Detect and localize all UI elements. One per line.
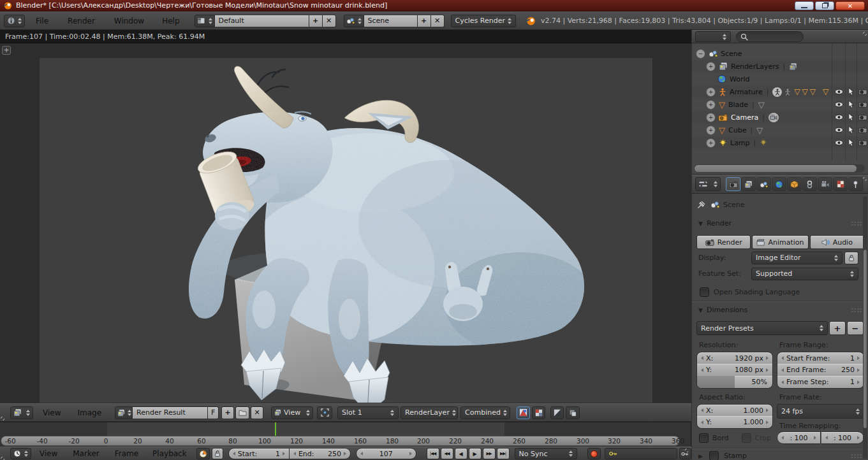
visibility-eye-icon[interactable]	[834, 114, 844, 120]
display-lock-button[interactable]	[844, 252, 858, 264]
visibility-eye-icon[interactable]	[834, 101, 844, 108]
decrement-arrow-icon[interactable]	[360, 452, 363, 456]
fake-user-button[interactable]: F	[208, 406, 219, 419]
render-presets-dropdown[interactable]: Render Presets	[696, 321, 828, 335]
mesh-triangle-icon[interactable]: ▽	[794, 87, 800, 96]
panel-expand-icon[interactable]: ▶	[698, 453, 703, 459]
end-frame-field[interactable]: End Frame: 250	[777, 364, 864, 377]
expander-icon[interactable]: +	[706, 62, 716, 71]
tab-object[interactable]	[787, 177, 802, 191]
outliner-row-scene[interactable]: − Scene	[692, 47, 868, 60]
menu-file[interactable]: File	[31, 17, 53, 25]
display-dropdown[interactable]: Image Editor	[751, 252, 842, 264]
outliner-row-cube[interactable]: + ▽ Cube | ▽	[692, 124, 868, 136]
outliner-row-world[interactable]: World	[692, 73, 868, 85]
tab-render-layers[interactable]	[741, 177, 756, 191]
aspect-x-field[interactable]: X: 1.000	[696, 404, 773, 417]
selectability-cursor-icon[interactable]	[848, 87, 854, 96]
decrement-arrow-icon[interactable]	[781, 368, 784, 372]
tab-scene[interactable]	[756, 177, 771, 191]
menu-marker[interactable]: Marker	[68, 449, 103, 458]
range-lock-button[interactable]	[212, 448, 223, 459]
outliner-search-field[interactable]	[736, 31, 804, 42]
visibility-eye-icon[interactable]	[834, 140, 844, 146]
border-checkbox[interactable]	[699, 433, 709, 443]
visibility-eye-icon[interactable]	[834, 89, 844, 95]
scene-delete-button[interactable]: ✕	[431, 15, 445, 27]
menu-frame[interactable]: Frame	[110, 449, 143, 458]
end-frame-field[interactable]: End: 250	[290, 448, 351, 459]
panel-header-render[interactable]: ▼ Render	[698, 219, 863, 227]
visibility-eye-icon[interactable]	[834, 127, 844, 133]
osl-checkbox[interactable]	[700, 287, 709, 297]
decrement-arrow-icon[interactable]	[825, 436, 828, 440]
timeline-editor-type-button[interactable]	[10, 448, 31, 459]
scene-browse-button[interactable]	[344, 15, 364, 27]
decrement-arrow-icon[interactable]	[781, 380, 784, 384]
resolution-x-field[interactable]: X: 1920 px	[696, 352, 773, 364]
start-frame-field[interactable]: Start: 1	[228, 448, 290, 459]
outliner-display-mode-dropdown[interactable]	[695, 31, 731, 42]
image-datablock-field[interactable]: Render Result	[133, 406, 208, 419]
mesh-data-icon[interactable]: ▽	[758, 100, 765, 110]
outliner-row-camera[interactable]: + Camera |	[692, 111, 868, 124]
selectability-cursor-icon[interactable]	[848, 100, 854, 108]
keying-set-field[interactable]	[605, 448, 677, 459]
outliner-row-renderlayers[interactable]: + RenderLayers |	[692, 60, 868, 73]
crop-checkbox[interactable]	[742, 433, 751, 443]
camera-data-icon[interactable]	[769, 113, 779, 122]
menu-help[interactable]: Help	[158, 17, 184, 25]
image-browse-button[interactable]	[115, 406, 133, 419]
slot-dropdown[interactable]: Slot 1	[337, 406, 399, 419]
info-editor-type-button[interactable]	[4, 15, 25, 27]
audio-button[interactable]: Audio	[810, 235, 864, 249]
expander-icon[interactable]: −	[696, 49, 705, 59]
decrement-arrow-icon[interactable]	[781, 436, 784, 440]
increment-arrow-icon[interactable]	[344, 452, 346, 456]
increment-arrow-icon[interactable]	[409, 452, 412, 456]
image-open-button[interactable]	[235, 406, 249, 419]
properties-editor-type-button[interactable]	[695, 177, 721, 191]
screen-layout-delete-button[interactable]: ✕	[323, 15, 336, 27]
decrement-arrow-icon[interactable]	[701, 368, 703, 372]
render-pass-dropdown[interactable]: Combined	[460, 406, 510, 419]
increment-arrow-icon[interactable]	[283, 452, 285, 456]
renderability-camera-icon[interactable]	[858, 88, 867, 95]
image-canvas[interactable]: +	[0, 43, 691, 403]
playhead[interactable]	[275, 422, 276, 436]
channel-rgb-toggle[interactable]	[532, 406, 545, 419]
increment-arrow-icon[interactable]	[766, 408, 769, 412]
stamp-checkbox[interactable]	[709, 451, 719, 460]
tab-world[interactable]	[772, 177, 786, 191]
render-button[interactable]: Render	[696, 235, 751, 249]
menu-view[interactable]: View	[35, 449, 62, 458]
prev-keyframe-button[interactable]: ◀◀	[441, 448, 453, 459]
close-button[interactable]: ✕	[835, 1, 865, 10]
lamp-data-icon[interactable]	[760, 139, 767, 147]
panel-collapse-icon[interactable]: ▼	[698, 307, 703, 313]
renderability-camera-icon[interactable]	[858, 113, 867, 120]
sync-dropdown[interactable]: No Sync	[515, 448, 577, 459]
tab-texture[interactable]	[833, 177, 848, 191]
menu-render[interactable]: Render	[63, 17, 99, 25]
screen-layout-name-field[interactable]: Default	[215, 15, 309, 27]
expander-icon[interactable]: +	[706, 126, 716, 135]
panel-grip-icon[interactable]	[851, 308, 863, 313]
panel-collapse-icon[interactable]: ▼	[698, 220, 703, 227]
image-new-button[interactable]: +	[221, 406, 234, 419]
outliner-row-armature[interactable]: + Armature | ▽ ▽ ▽ ▽	[692, 85, 868, 98]
time-display-toggle[interactable]	[196, 448, 210, 459]
panel-grip-icon[interactable]	[851, 454, 863, 459]
render-layer-dropdown[interactable]: RenderLayer	[401, 406, 458, 419]
expander-icon[interactable]: +	[706, 100, 716, 110]
restore-button[interactable]	[815, 1, 834, 10]
image-editor-type-button[interactable]	[10, 406, 33, 419]
panel-header-stamp[interactable]: ▶ Stamp	[698, 451, 863, 460]
play-reverse-button[interactable]: ◀	[455, 448, 467, 459]
resolution-percentage-slider[interactable]: 50%	[696, 376, 773, 389]
aspect-y-field[interactable]: Y: 1.000	[696, 416, 773, 429]
jump-end-button[interactable]: ▶▶|	[497, 448, 510, 459]
tab-constraints[interactable]	[802, 177, 817, 191]
mesh-triangle-icon[interactable]: ▽	[802, 87, 808, 96]
decrement-arrow-icon[interactable]	[701, 356, 703, 360]
